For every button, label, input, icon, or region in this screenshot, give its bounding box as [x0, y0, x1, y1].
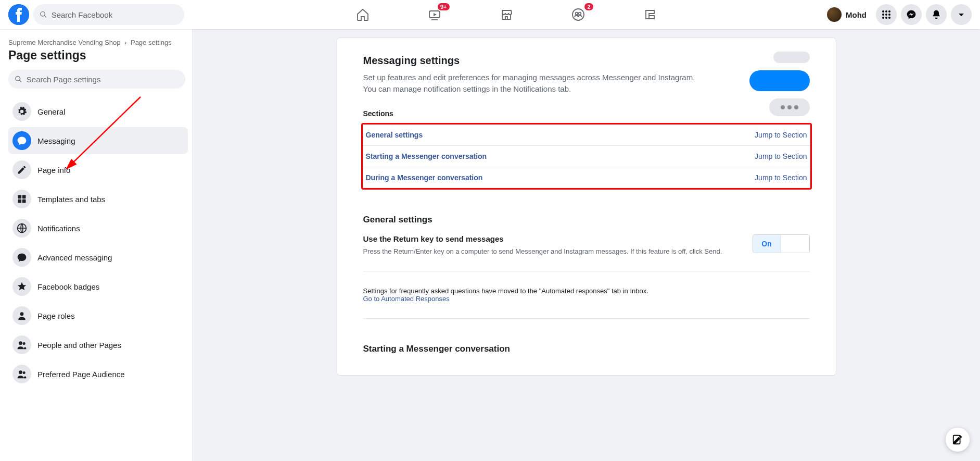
jump-link[interactable]: Jump to Section	[755, 173, 807, 182]
setting-title: Use the Return key to send messages	[363, 234, 722, 243]
global-search-input[interactable]	[52, 10, 178, 19]
toggle-on[interactable]: On	[753, 235, 781, 253]
panel-heading: Messaging settings	[363, 55, 810, 67]
facebook-logo[interactable]	[8, 4, 29, 25]
sections-label: Sections	[363, 109, 810, 118]
svg-point-11	[888, 14, 890, 16]
svg-point-23	[19, 370, 22, 374]
breadcrumb-current: Page settings	[131, 39, 172, 46]
top-nav: 9+ 2 Mohd	[0, 0, 980, 29]
sidebar-item-page-info[interactable]: Page info	[8, 156, 188, 183]
groups-badge: 2	[583, 2, 594, 11]
tab-marketplace[interactable]	[473, 0, 540, 29]
marketplace-icon	[499, 7, 514, 22]
sidebar-item-label: Advanced messaging	[37, 253, 112, 262]
messaging-panel: Messaging settings Set up features and e…	[337, 38, 836, 376]
sidebar-item-label: Templates and tabs	[37, 195, 105, 204]
sidebar-search[interactable]	[8, 70, 185, 89]
svg-point-4	[575, 13, 578, 15]
globe-icon	[12, 219, 31, 238]
sidebar-item-label: Page roles	[37, 312, 75, 320]
chat-icon	[12, 248, 31, 267]
avatar	[827, 7, 842, 22]
page-title: Page settings	[8, 48, 188, 63]
faq-note-text: Settings for frequently asked questions …	[363, 287, 648, 295]
svg-point-10	[885, 14, 887, 16]
pencil-icon	[12, 160, 31, 179]
svg-point-9	[882, 14, 884, 16]
section-link[interactable]: General settings	[366, 131, 423, 139]
svg-point-6	[882, 10, 884, 13]
svg-point-20	[20, 312, 24, 316]
svg-rect-16	[22, 195, 26, 199]
tab-groups[interactable]: 2	[544, 0, 612, 29]
jump-link[interactable]: Jump to Section	[755, 152, 807, 160]
account-dropdown[interactable]	[951, 4, 972, 25]
section-row-starting[interactable]: Starting a Messenger conversation Jump t…	[363, 146, 810, 167]
sidebar-item-advanced-messaging[interactable]: Advanced messaging	[8, 244, 188, 271]
sidebar-item-badges[interactable]: Facebook badges	[8, 273, 188, 300]
sidebar-item-label: People and other Pages	[37, 341, 121, 350]
sidebar-item-messaging[interactable]: Messaging	[8, 127, 188, 154]
starting-heading: Starting a Messenger conversation	[363, 344, 810, 354]
svg-point-12	[882, 17, 884, 19]
bell-icon	[931, 9, 941, 20]
divider	[363, 318, 810, 319]
sidebar-item-people[interactable]: People and other Pages	[8, 331, 188, 358]
sidebar-item-page-roles[interactable]: Page roles	[8, 302, 188, 329]
notifications-button[interactable]	[926, 4, 947, 25]
tab-gaming[interactable]	[616, 0, 684, 29]
sidebar-item-general[interactable]: General	[8, 98, 188, 125]
sidebar-item-templates[interactable]: Templates and tabs	[8, 185, 188, 213]
sidebar: Supreme Merchandise Vending Shop › Page …	[0, 29, 193, 461]
chat-icon	[12, 131, 31, 150]
section-link[interactable]: Starting a Messenger conversation	[366, 152, 487, 160]
grid-icon	[12, 190, 31, 208]
breadcrumb: Supreme Merchandise Vending Shop › Page …	[8, 39, 188, 46]
groups-icon	[571, 7, 586, 22]
messenger-icon	[906, 9, 917, 20]
gear-icon	[12, 102, 31, 121]
breadcrumb-page-link[interactable]: Supreme Merchandise Vending Shop	[8, 39, 120, 46]
automated-responses-link[interactable]: Go to Automated Responses	[363, 295, 450, 303]
general-heading: General settings	[363, 215, 810, 225]
user-chip[interactable]: Mohd	[825, 5, 872, 24]
section-link[interactable]: During a Messenger conversation	[366, 173, 483, 182]
sidebar-item-label: Preferred Page Audience	[37, 370, 125, 379]
svg-point-13	[885, 17, 887, 19]
tab-watch[interactable]: 9+	[401, 0, 468, 29]
sidebar-item-label: Notifications	[37, 224, 80, 233]
compose-button[interactable]	[946, 428, 970, 452]
svg-point-14	[888, 17, 890, 19]
breadcrumb-separator: ›	[124, 39, 126, 46]
people-icon	[12, 335, 31, 354]
grid-icon	[881, 9, 892, 20]
watch-badge: 9+	[437, 2, 451, 11]
svg-point-7	[885, 10, 887, 13]
toggle-off[interactable]	[781, 235, 809, 253]
user-name: Mohd	[846, 10, 867, 19]
star-icon	[12, 277, 31, 296]
panel-description: Set up features and edit preferences for…	[363, 72, 702, 95]
jump-link[interactable]: Jump to Section	[755, 131, 807, 139]
svg-point-8	[888, 10, 890, 13]
svg-point-22	[23, 342, 26, 345]
menu-button[interactable]	[876, 4, 897, 25]
section-row-during[interactable]: During a Messenger conversation Jump to …	[363, 167, 810, 188]
gaming-icon	[643, 7, 657, 22]
section-row-general[interactable]: General settings Jump to Section	[363, 124, 810, 146]
global-search[interactable]	[33, 4, 184, 25]
svg-rect-15	[18, 195, 22, 199]
return-key-setting: Use the Return key to send messages Pres…	[363, 234, 810, 255]
tab-home[interactable]	[329, 0, 397, 29]
search-icon	[40, 10, 47, 19]
person-icon	[12, 306, 31, 325]
people-icon	[12, 365, 31, 383]
sidebar-item-notifications[interactable]: Notifications	[8, 215, 188, 242]
svg-point-24	[23, 371, 26, 374]
sidebar-search-input[interactable]	[27, 75, 179, 84]
home-icon	[355, 7, 370, 22]
messenger-button[interactable]	[901, 4, 922, 25]
return-key-toggle[interactable]: On	[753, 234, 810, 253]
sidebar-item-audience[interactable]: Preferred Page Audience	[8, 360, 188, 388]
